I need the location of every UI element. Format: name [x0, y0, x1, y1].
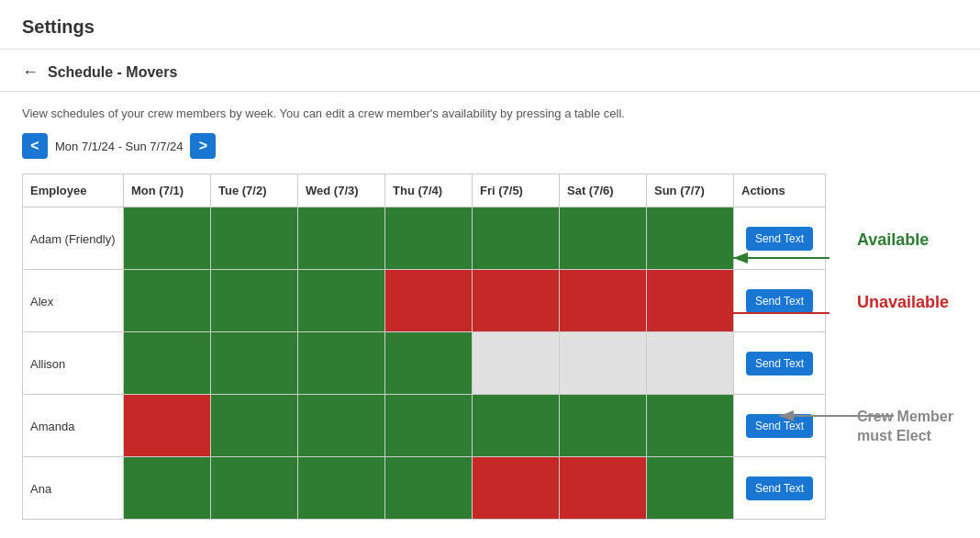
- day-cell[interactable]: [473, 395, 560, 457]
- day-cell[interactable]: [385, 207, 473, 270]
- actions-cell: Send Text: [734, 332, 826, 395]
- day-cell[interactable]: [124, 457, 211, 520]
- day-cell[interactable]: [124, 207, 211, 270]
- day-cell[interactable]: [211, 270, 298, 332]
- prev-week-button[interactable]: <: [22, 133, 48, 159]
- day-cell[interactable]: [560, 207, 647, 270]
- table-row: AllisonSend Text: [23, 332, 826, 395]
- day-cell[interactable]: [211, 207, 298, 270]
- section-title: Schedule - Movers: [48, 64, 177, 81]
- actions-cell: Send Text: [734, 207, 826, 270]
- actions-cell: Send Text: [734, 395, 826, 457]
- week-label: Mon 7/1/24 - Sun 7/7/24: [55, 140, 183, 153]
- day-cell[interactable]: [385, 395, 473, 457]
- send-text-button[interactable]: Send Text: [746, 476, 813, 500]
- actions-cell: Send Text: [734, 270, 826, 332]
- day-cell[interactable]: [560, 332, 647, 395]
- send-text-button[interactable]: Send Text: [746, 227, 813, 251]
- col-header-fri: Fri (7/5): [473, 174, 560, 207]
- available-annotation: Available: [857, 230, 929, 250]
- day-cell[interactable]: [473, 207, 560, 270]
- table-row: AlexSend Text: [23, 270, 826, 332]
- table-row: AnaSend Text: [23, 457, 826, 520]
- day-cell[interactable]: [647, 395, 734, 457]
- schedule-table: Employee Mon (7/1) Tue (7/2) Wed (7/3) T…: [22, 174, 826, 520]
- day-cell[interactable]: [473, 457, 560, 520]
- col-header-actions: Actions: [734, 174, 826, 207]
- day-cell[interactable]: [647, 270, 734, 332]
- day-cell[interactable]: [647, 332, 734, 395]
- send-text-button[interactable]: Send Text: [746, 414, 813, 438]
- col-header-sat: Sat (7/6): [560, 174, 647, 207]
- unavailable-annotation: Unavailable: [857, 293, 949, 312]
- day-cell[interactable]: [385, 270, 473, 332]
- day-cell[interactable]: [473, 332, 560, 395]
- day-cell[interactable]: [647, 457, 734, 520]
- col-header-mon: Mon (7/1): [124, 174, 211, 207]
- day-cell[interactable]: [647, 207, 734, 270]
- employee-name-cell: Amanda: [23, 395, 124, 457]
- back-arrow-icon[interactable]: ←: [22, 62, 39, 82]
- employee-name: Ana: [23, 482, 59, 496]
- employee-name-cell: Allison: [23, 332, 124, 395]
- col-header-employee: Employee: [23, 174, 124, 207]
- actions-cell: Send Text: [734, 457, 826, 520]
- employee-name-cell: Ana: [23, 457, 124, 520]
- col-header-sun: Sun (7/7): [647, 174, 734, 207]
- employee-name: Amanda: [23, 420, 82, 433]
- day-cell[interactable]: [473, 270, 560, 332]
- day-cell[interactable]: [298, 207, 385, 270]
- table-row: AmandaSend Text: [23, 395, 826, 457]
- day-cell[interactable]: [124, 270, 211, 332]
- employee-name-cell: Adam (Friendly): [23, 207, 124, 270]
- col-header-tue: Tue (7/2): [211, 174, 298, 207]
- day-cell[interactable]: [124, 332, 211, 395]
- day-cell[interactable]: [211, 457, 298, 520]
- col-header-wed: Wed (7/3): [298, 174, 385, 207]
- day-cell[interactable]: [298, 395, 385, 457]
- next-week-button[interactable]: >: [190, 133, 216, 159]
- day-cell[interactable]: [298, 457, 385, 520]
- day-cell[interactable]: [385, 457, 473, 520]
- day-cell[interactable]: [298, 270, 385, 332]
- send-text-button[interactable]: Send Text: [746, 289, 813, 313]
- employee-name-cell: Alex: [23, 270, 124, 332]
- day-cell[interactable]: [124, 395, 211, 457]
- section-header: ← Schedule - Movers: [0, 50, 980, 92]
- employee-name: Adam (Friendly): [23, 232, 122, 246]
- day-cell[interactable]: [211, 332, 298, 395]
- page-title: Settings: [22, 17, 95, 37]
- crew-must-elect-annotation: Crew Membermust Elect: [857, 408, 953, 446]
- day-cell[interactable]: [298, 332, 385, 395]
- day-cell[interactable]: [385, 332, 473, 395]
- day-cell[interactable]: [560, 457, 647, 520]
- description: View schedules of your crew members by w…: [22, 106, 958, 120]
- day-cell[interactable]: [211, 395, 298, 457]
- send-text-button[interactable]: Send Text: [746, 352, 813, 375]
- employee-name: Alex: [23, 295, 61, 308]
- page-header: Settings: [0, 0, 980, 50]
- day-cell[interactable]: [560, 395, 647, 457]
- day-cell[interactable]: [560, 270, 647, 332]
- table-row: Adam (Friendly)Send Text: [23, 207, 826, 270]
- employee-name: Allison: [23, 357, 72, 371]
- col-header-thu: Thu (7/4): [385, 174, 473, 207]
